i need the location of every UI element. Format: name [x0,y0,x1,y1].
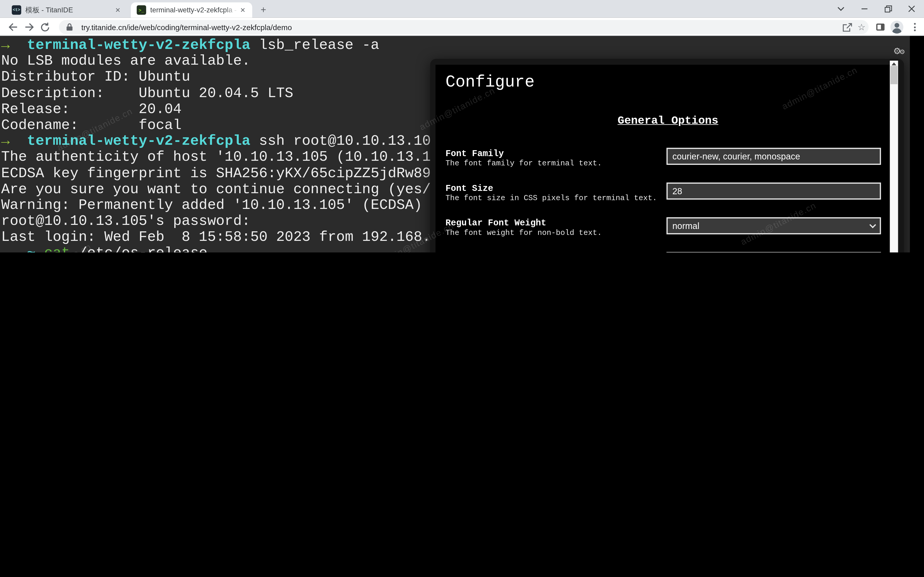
terminal-text [10,133,27,149]
chevron-down-icon [869,221,876,228]
select-bold-font-weight[interactable]: bold [666,252,881,253]
configure-dialog-content: Configure General Options Font FamilyThe… [435,64,890,253]
profile-avatar[interactable] [890,20,904,34]
terminal-text: The authenticity of host '10.10.13.105 (… [1,149,431,165]
url-text[interactable]: try.titanide.cn/ide/web/coding/terminal-… [81,23,840,31]
terminal-text [10,37,27,53]
tab-title: 模板 - TitanIDE [25,5,113,15]
terminal-text: Warning: Permanently added '10.10.13.105… [1,197,422,213]
tab-close-icon[interactable]: ✕ [238,5,247,15]
browser-titlebar: <t> 模板 - TitanIDE ✕ >_ terminal-wetty-v2… [0,0,924,18]
browser-toolbar: try.titanide.cn/ide/web/coding/terminal-… [0,18,924,36]
select-value: normal [672,221,699,231]
terminal-text: terminal-wetty-v2-zekfcpla [27,37,250,53]
terminal-text: ssh root@10.10.13.10 [250,133,431,149]
prompt-arrow: → [1,133,10,149]
terminal-text: Description: Ubuntu 20.04.5 LTS [1,85,293,101]
wetty-page: → terminal-wetty-v2-zekfcpla lsb_release… [0,36,924,253]
tab-search-chevron-icon[interactable] [832,2,850,15]
field-label-regular-font-weight: Regular Font Weight [446,218,546,229]
reload-button[interactable] [38,20,52,34]
tab-titanide[interactable]: <t> 模板 - TitanIDE ✕ [6,2,128,18]
screen: <t> 模板 - TitanIDE ✕ >_ terminal-wetty-v2… [0,0,924,253]
lock-icon [62,20,77,34]
terminal-text: No LSB modules are available. [1,53,250,69]
terminal-text: Release: 20.04 [1,101,182,117]
window-restore-button[interactable] [879,2,897,15]
field-label-font-size: Font Size [446,184,493,194]
terminal-text: Distributor ID: Ubuntu [1,69,190,85]
input-font-size[interactable] [666,183,881,200]
field-description: The font weight for non-bold text. [446,229,670,238]
browser-menu-icon[interactable] [908,20,922,34]
tab-close-icon[interactable]: ✕ [113,5,123,15]
terminal-text: lsb_release -a [250,37,379,53]
terminal-text: Are you sure you want to continue connec… [1,181,431,197]
new-tab-button[interactable]: + [258,4,270,16]
dialog-title: Configure [446,73,535,91]
terminal-text: Last login: Wed Feb 8 15:58:50 2023 from… [1,229,431,245]
window-close-button[interactable] [903,2,921,15]
dialog-section-title: General Options [441,114,895,127]
window-minimize-button[interactable] [856,2,874,15]
forward-button[interactable] [23,20,37,34]
tab-terminal-wetty[interactable]: >_ terminal-wetty-v2-zekfcpla - T ✕ [131,2,252,18]
field-label-font-family: Font Family [446,149,504,159]
field-description: The font size in CSS pixels for terminal… [446,194,670,203]
scrollbar-thumb[interactable] [890,66,897,84]
input-font-family[interactable] [666,148,881,165]
scroll-up-icon[interactable] [892,62,896,65]
prompt-arrow: → [1,245,10,253]
side-panel-icon[interactable] [873,20,887,34]
address-bar[interactable]: try.titanide.cn/ide/web/coding/terminal-… [59,20,869,34]
back-button[interactable] [6,20,20,34]
configure-dialog: Configure General Options Font FamilyThe… [430,59,904,253]
select-regular-font-weight[interactable]: normal [666,217,881,234]
terminal-text: root@10.10.13.105's password: [1,213,250,229]
tab-title: terminal-wetty-v2-zekfcpla - T [150,6,238,14]
dialog-scrollbar[interactable] [890,61,898,253]
terminal-text: cat [44,245,70,253]
prompt-arrow: → [1,37,10,53]
right-rail [910,36,924,253]
terminal-text [10,245,27,253]
bookmark-star-icon[interactable]: ☆ [855,20,869,34]
field-description: The font family for terminal text. [446,159,670,168]
titanide-favicon-icon: <t> [12,5,21,15]
settings-gears-icon[interactable]: ⚙⚙ [893,45,905,56]
terminal-text: ECDSA key fingerprint is SHA256:yKX/65ci… [1,165,431,181]
terminal-text: terminal-wetty-v2-zekfcpla [27,133,250,149]
terminal-favicon-icon: >_ [137,5,146,15]
terminal-line: → terminal-wetty-v2-zekfcpla lsb_release… [1,37,910,53]
share-icon[interactable] [840,20,855,34]
terminal-text [36,245,44,253]
terminal-text: ~ [27,245,36,253]
terminal-text: /etc/os-release [79,245,208,253]
terminal-text: Codename: focal [1,117,182,133]
terminal-text [70,245,78,253]
